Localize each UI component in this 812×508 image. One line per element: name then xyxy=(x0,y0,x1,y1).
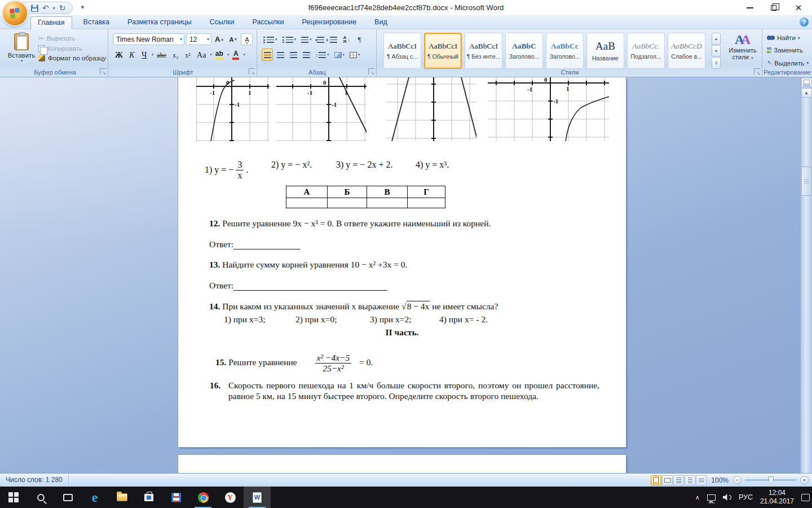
start-button[interactable] xyxy=(0,487,27,508)
print-layout-view-button[interactable] xyxy=(651,475,661,485)
shrink-font-button[interactable]: A▼ xyxy=(227,33,239,45)
font-size-combo[interactable]: 12▾ xyxy=(186,33,211,45)
borders-button[interactable]: ▾ xyxy=(348,49,362,61)
zoom-slider-thumb[interactable] xyxy=(769,476,774,484)
style-item[interactable]: AaBbCc Заголово... xyxy=(546,33,584,69)
paste-button[interactable]: Вставить ▾ xyxy=(7,33,36,68)
web-layout-view-button[interactable] xyxy=(673,475,684,485)
numbering-button[interactable]: ▾ xyxy=(281,33,298,46)
document-page-2[interactable] xyxy=(178,455,626,473)
close-button[interactable]: ✕ xyxy=(787,0,810,15)
zoom-out-button[interactable]: − xyxy=(733,476,742,484)
format-painter-button[interactable]: Формат по образцу xyxy=(38,55,106,62)
word-taskbar-button[interactable]: W xyxy=(244,487,271,508)
undo-dropdown-arrow[interactable]: ▾ xyxy=(53,6,55,11)
tab-view[interactable]: Вид xyxy=(368,16,394,29)
underline-dropdown-arrow[interactable]: ▾ xyxy=(152,52,154,57)
bold-button[interactable]: Ж xyxy=(113,49,125,61)
copy-button[interactable]: Копировать xyxy=(38,45,106,52)
align-left-button[interactable] xyxy=(262,49,273,61)
multilevel-list-button[interactable]: ▾ xyxy=(299,33,314,46)
word-count[interactable]: Число слов: 1 280 xyxy=(0,474,69,487)
styles-scroll-down[interactable]: ▼ xyxy=(712,45,721,57)
fullscreen-reading-view-button[interactable] xyxy=(662,475,673,485)
clock[interactable]: 12:04 21.04.2017 xyxy=(760,489,794,506)
customize-qat-button[interactable]: ▼ xyxy=(80,5,85,10)
underline-button[interactable]: Ч xyxy=(139,49,150,61)
clipboard-dialog-launcher[interactable] xyxy=(100,68,106,75)
style-item[interactable]: AaBbCc. Подзагол... xyxy=(627,33,665,69)
tab-insert[interactable]: Вставка xyxy=(77,16,116,29)
decrease-indent-button[interactable] xyxy=(315,33,326,46)
grow-font-button[interactable]: A▲ xyxy=(213,33,226,45)
taskbar-search-button[interactable] xyxy=(27,487,54,508)
minimize-button[interactable] xyxy=(739,0,761,15)
show-marks-button[interactable]: ¶ xyxy=(354,33,365,46)
change-case-dropdown-arrow[interactable]: ▾ xyxy=(210,52,212,57)
highlight-dropdown-arrow[interactable]: ▾ xyxy=(227,52,230,57)
change-styles-button[interactable]: AA Изменить стили ▾ xyxy=(726,32,759,71)
text-highlight-button[interactable]: ab xyxy=(213,49,226,61)
chrome-button[interactable] xyxy=(189,487,217,508)
replace-button[interactable]: abас Заменить xyxy=(767,47,803,54)
align-right-button[interactable] xyxy=(288,49,299,61)
align-center-button[interactable] xyxy=(275,49,286,61)
styles-dialog-launcher[interactable] xyxy=(754,68,760,75)
network-icon[interactable] xyxy=(707,494,716,501)
style-item[interactable]: AaBbCcI ¶ Без инте... xyxy=(465,33,502,69)
floppy-app-button[interactable] xyxy=(162,487,189,508)
tab-mailings[interactable]: Рассылки xyxy=(245,16,290,29)
ruler-toggle-button[interactable] xyxy=(801,78,812,87)
speaker-icon[interactable] xyxy=(723,494,731,501)
font-color-dropdown-arrow[interactable]: ▾ xyxy=(243,52,245,57)
italic-button[interactable]: K xyxy=(126,49,138,61)
paragraph-dialog-launcher[interactable] xyxy=(368,68,374,75)
scrollbar-thumb[interactable] xyxy=(801,167,812,196)
task-view-button[interactable] xyxy=(54,487,81,508)
yandex-browser-button[interactable]: Y xyxy=(217,487,244,508)
strikethrough-button[interactable]: abc xyxy=(155,49,169,61)
file-explorer-button[interactable] xyxy=(108,487,135,508)
font-family-combo[interactable]: Times New Roman▾ xyxy=(113,33,184,45)
superscript-button[interactable]: x² xyxy=(182,49,193,61)
zoom-in-button[interactable]: + xyxy=(800,476,809,484)
sort-button[interactable]: АЯ↓ xyxy=(341,33,352,46)
zoom-slider-track[interactable] xyxy=(745,479,797,481)
styles-scroll-up[interactable]: ▲ xyxy=(712,33,721,45)
draft-view-button[interactable] xyxy=(696,475,707,485)
outline-view-button[interactable] xyxy=(685,475,695,485)
find-button[interactable]: Найти▾ xyxy=(767,34,800,41)
restore-button[interactable] xyxy=(762,0,785,15)
save-icon[interactable] xyxy=(31,5,38,12)
redo-icon[interactable]: ↻ xyxy=(59,4,66,12)
style-item[interactable]: AaB Название xyxy=(586,33,624,69)
tab-review[interactable]: Рецензирование xyxy=(295,16,364,29)
tab-references[interactable]: Ссылки xyxy=(202,16,241,29)
scroll-up-button[interactable]: ▲ xyxy=(801,88,812,98)
show-hidden-icons-chevron[interactable]: ∧ xyxy=(695,494,700,501)
cut-button[interactable]: ✂ Вырезать xyxy=(38,34,106,42)
tab-page-layout[interactable]: Разметка страницы xyxy=(121,16,198,29)
microsoft-store-button[interactable] xyxy=(135,487,162,508)
font-dialog-launcher[interactable] xyxy=(249,68,255,75)
help-icon[interactable]: ? xyxy=(800,17,809,27)
shading-button[interactable]: ▾ xyxy=(333,49,347,61)
style-item[interactable]: AaBbCcI ¶ Абзац с... xyxy=(383,33,421,69)
undo-icon[interactable]: ↶ xyxy=(42,4,49,12)
increase-indent-button[interactable] xyxy=(328,33,339,46)
subscript-button[interactable]: x₂ xyxy=(170,49,181,61)
style-item[interactable]: AaBbCcD Слабое в... xyxy=(668,33,705,69)
clear-formatting-button[interactable]: A͓ xyxy=(241,33,253,45)
line-spacing-button[interactable]: ↕▾ xyxy=(314,49,331,61)
tab-home[interactable]: Главная xyxy=(30,16,72,29)
style-item-selected[interactable]: AaBbCcI ¶ Обычный xyxy=(424,33,462,69)
font-color-button[interactable]: А xyxy=(230,49,241,61)
styles-gallery-expand[interactable]: ⊽ xyxy=(712,57,721,69)
zoom-level[interactable]: 100% xyxy=(711,476,729,484)
edge-button[interactable]: e xyxy=(81,487,108,508)
vertical-scrollbar[interactable]: ▲ xyxy=(800,77,812,473)
document-page-1[interactable]: -1 0 1 -1 -1 0 1 -1 xyxy=(178,77,626,447)
language-indicator[interactable]: РУС xyxy=(739,493,753,501)
style-item[interactable]: AaBbC Заголово... xyxy=(505,33,543,69)
select-button[interactable]: ↖ Выделить▾ xyxy=(767,59,809,67)
